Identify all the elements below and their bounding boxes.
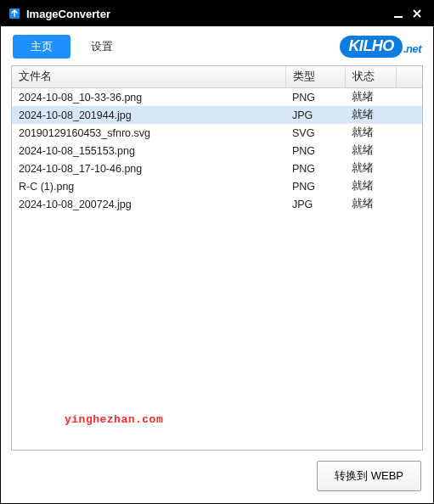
cell-type: PNG	[285, 88, 345, 107]
cell-filename: 2024-10-08_155153.png	[12, 142, 285, 160]
cell-type: PNG	[285, 177, 345, 195]
header-spacer	[396, 66, 422, 88]
brand-logo[interactable]: KILHO .net	[340, 36, 421, 58]
table-row[interactable]: 2024-10-08_10-33-36.pngPNG就绪	[12, 88, 422, 107]
brand-ext: .net	[403, 42, 421, 55]
header-type[interactable]: 类型	[285, 66, 345, 88]
table-row[interactable]: 2024-10-08_200724.jpgJPG就绪	[12, 195, 422, 213]
cell-status: 就绪	[345, 142, 396, 160]
svg-rect-1	[394, 16, 403, 18]
cell-filename: 20190129160453_sfnro.svg	[12, 124, 285, 142]
cell-status: 就绪	[345, 177, 396, 195]
tab-settings[interactable]: 设置	[81, 36, 123, 58]
table-row[interactable]: 20190129160453_sfnro.svgSVG就绪	[12, 124, 422, 142]
cell-type: PNG	[285, 142, 345, 160]
toolbar: 主页 设置 KILHO .net	[1, 26, 433, 65]
file-list-panel: 文件名 类型 状态 2024-10-08_10-33-36.pngPNG就绪20…	[11, 65, 423, 451]
file-table: 文件名 类型 状态 2024-10-08_10-33-36.pngPNG就绪20…	[12, 66, 422, 213]
cell-filename: 2024-10-08_201944.jpg	[12, 106, 285, 124]
watermark-text: yinghezhan.com	[65, 413, 163, 426]
table-row[interactable]: R-C (1).pngPNG就绪	[12, 177, 422, 195]
cell-type: JPG	[285, 195, 345, 213]
app-icon	[8, 7, 21, 20]
convert-button[interactable]: 转换到 WEBP	[317, 461, 421, 491]
table-row[interactable]: 2024-10-08_201944.jpgJPG就绪	[12, 106, 422, 124]
header-filename[interactable]: 文件名	[12, 66, 285, 88]
cell-spacer	[396, 106, 422, 124]
cell-spacer	[396, 195, 422, 213]
cell-status: 就绪	[345, 124, 396, 142]
close-button[interactable]	[408, 4, 426, 23]
cell-status: 就绪	[345, 106, 396, 124]
brand-name: KILHO	[340, 36, 403, 58]
cell-spacer	[396, 88, 422, 107]
header-status[interactable]: 状态	[345, 66, 396, 88]
cell-filename: 2024-10-08_17-10-46.png	[12, 160, 285, 177]
cell-status: 就绪	[345, 160, 396, 177]
cell-spacer	[396, 142, 422, 160]
table-row[interactable]: 2024-10-08_17-10-46.pngPNG就绪	[12, 160, 422, 177]
tab-home[interactable]: 主页	[13, 35, 70, 59]
cell-spacer	[396, 160, 422, 177]
cell-type: JPG	[285, 106, 345, 124]
footer: 转换到 WEBP	[1, 451, 433, 501]
cell-filename: R-C (1).png	[12, 177, 285, 195]
cell-filename: 2024-10-08_200724.jpg	[12, 195, 285, 213]
window-title: ImageConverter	[26, 8, 389, 20]
cell-filename: 2024-10-08_10-33-36.png	[12, 88, 285, 107]
cell-type: PNG	[285, 160, 345, 177]
table-row[interactable]: 2024-10-08_155153.pngPNG就绪	[12, 142, 422, 160]
cell-spacer	[396, 177, 422, 195]
cell-type: SVG	[285, 124, 345, 142]
titlebar: ImageConverter	[1, 1, 433, 26]
cell-status: 就绪	[345, 88, 396, 107]
minimize-button[interactable]	[389, 4, 408, 23]
cell-status: 就绪	[345, 195, 396, 213]
cell-spacer	[396, 124, 422, 142]
